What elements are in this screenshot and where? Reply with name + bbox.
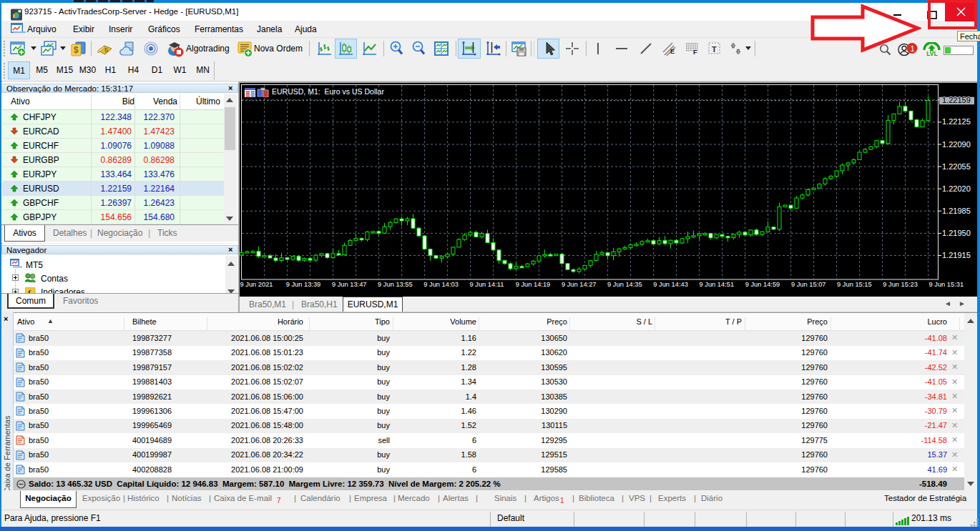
svg-text:9 Jun 15:23: 9 Jun 15:23 [883,281,918,288]
svg-text:9 Jun 14:35: 9 Jun 14:35 [607,281,642,288]
svg-text:9 Jun 14:19: 9 Jun 14:19 [516,281,551,288]
svg-text:F: F [693,49,697,56]
svg-text:9 Jun 14:43: 9 Jun 14:43 [653,281,688,288]
svg-text:1.21950: 1.21950 [942,229,971,237]
svg-text:9 Jun 14:51: 9 Jun 14:51 [700,281,735,288]
svg-text:9 Jun 15:15: 9 Jun 15:15 [837,281,872,288]
svg-text:E: E [670,48,675,55]
svg-text:9 Jun 14:59: 9 Jun 14:59 [745,281,780,288]
svg-text:9 Jun 15:07: 9 Jun 15:07 [791,281,826,288]
svg-text:9 Jun 14:03: 9 Jun 14:03 [423,281,459,288]
svg-text:9 Jun 13:39: 9 Jun 13:39 [286,281,321,288]
svg-text:1.22090: 1.22090 [942,140,971,149]
svg-text:$: $ [74,45,79,55]
svg-text:9 Jun 15:31: 9 Jun 15:31 [929,281,964,288]
svg-text:9 Jun 2021: 9 Jun 2021 [240,281,273,288]
svg-text:9 Jun 13:47: 9 Jun 13:47 [332,281,367,288]
svg-text:1.22055: 1.22055 [942,162,971,171]
svg-text:1.22020: 1.22020 [942,184,971,193]
svg-text:5: 5 [104,46,108,54]
svg-text:9 Jun 13:55: 9 Jun 13:55 [378,281,413,288]
svg-text:1.22125: 1.22125 [942,117,971,126]
svg-text:LVL: LVL [926,50,937,56]
svg-text:1.21915: 1.21915 [942,251,971,259]
svg-text:T: T [712,45,717,54]
svg-text:1.21985: 1.21985 [942,207,971,215]
svg-text:1.22159: 1.22159 [942,96,971,104]
svg-text:9 Jun 14:27: 9 Jun 14:27 [562,281,597,288]
svg-text:1: 1 [911,44,915,53]
svg-text:9 Jun 14:11: 9 Jun 14:11 [470,281,504,288]
